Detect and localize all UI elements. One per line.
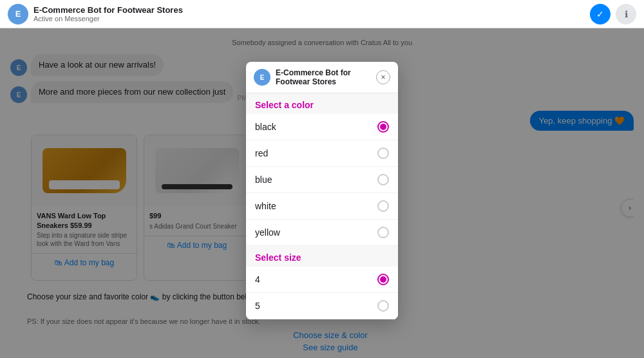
color-option-black[interactable]: black <box>246 114 398 140</box>
check-button[interactable]: ✓ <box>590 4 611 24</box>
color-label-black: black <box>255 122 276 132</box>
header-avatar: E <box>8 4 28 24</box>
color-size-modal: E E-Commerce Bot for Footwear Stores × S… <box>246 62 398 319</box>
modal-body[interactable]: Select a color black red blue white <box>246 93 398 319</box>
size-radio-4[interactable] <box>377 274 389 285</box>
modal-bot-icon: E <box>254 69 270 86</box>
header-actions: ✓ ℹ <box>590 4 636 24</box>
color-label-red: red <box>255 148 268 158</box>
header-title: E-Commerce Bot for Footwear Stores <box>33 5 585 15</box>
color-option-white[interactable]: white <box>246 193 398 220</box>
size-option-5[interactable]: 5 <box>246 293 398 319</box>
color-section-label: Select a color <box>246 93 398 114</box>
color-label-blue: blue <box>255 174 272 185</box>
size-option-4[interactable]: 4 <box>246 267 398 293</box>
color-option-red[interactable]: red <box>246 140 398 167</box>
color-option-blue[interactable]: blue <box>246 167 398 193</box>
size-label-5: 5 <box>255 301 260 311</box>
header-subtitle: Active on Messenger <box>33 15 585 23</box>
color-radio-red[interactable] <box>377 147 389 159</box>
color-radio-white[interactable] <box>377 200 389 212</box>
color-radio-blue[interactable] <box>377 174 389 185</box>
color-label-white: white <box>255 201 276 211</box>
header-info: E-Commerce Bot for Footwear Stores Activ… <box>33 5 585 23</box>
size-radio-5[interactable] <box>377 300 389 312</box>
color-option-yellow[interactable]: yellow <box>246 220 398 246</box>
color-radio-black[interactable] <box>377 121 389 133</box>
top-header: E E-Commerce Bot for Footwear Stores Act… <box>0 0 644 28</box>
color-label-yellow: yellow <box>255 227 280 238</box>
info-button[interactable]: ℹ <box>616 4 636 24</box>
modal-title: E-Commerce Bot for Footwear Stores <box>276 68 371 86</box>
modal-header: E E-Commerce Bot for Footwear Stores × <box>246 62 398 93</box>
color-radio-yellow[interactable] <box>377 227 389 238</box>
size-label-4: 4 <box>255 274 260 285</box>
size-section-label: Select size <box>246 246 398 267</box>
modal-overlay: E E-Commerce Bot for Footwear Stores × S… <box>0 28 644 358</box>
modal-close-button[interactable]: × <box>376 70 390 84</box>
chat-area: Somebody assigned a conversation with Cr… <box>0 28 644 358</box>
